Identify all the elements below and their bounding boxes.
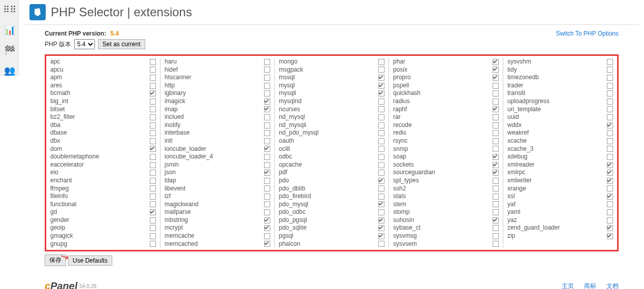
- extension-checkbox[interactable]: [378, 162, 384, 168]
- extension-checkbox[interactable]: [493, 146, 499, 152]
- extension-checkbox[interactable]: [150, 154, 156, 160]
- extension-checkbox[interactable]: [150, 162, 156, 168]
- extension-checkbox[interactable]: [493, 241, 499, 247]
- extension-checkbox[interactable]: [378, 90, 384, 97]
- extension-checkbox[interactable]: [607, 83, 613, 89]
- extension-checkbox[interactable]: [607, 67, 613, 73]
- extension-checkbox[interactable]: [378, 130, 384, 136]
- extension-checkbox[interactable]: [607, 154, 613, 160]
- set-current-button[interactable]: Set as current: [98, 39, 145, 49]
- footer-link-trademark[interactable]: 商标: [584, 282, 596, 289]
- extension-checkbox[interactable]: [607, 194, 613, 200]
- extension-checkbox[interactable]: [150, 185, 156, 191]
- footer-link-docs[interactable]: 文档: [606, 282, 619, 289]
- php-version-select[interactable]: 5.4: [74, 39, 95, 49]
- extension-checkbox[interactable]: [607, 59, 613, 65]
- extension-checkbox[interactable]: [378, 185, 384, 191]
- extension-checkbox[interactable]: [264, 201, 270, 207]
- extension-checkbox[interactable]: [493, 185, 499, 191]
- extension-checkbox[interactable]: [264, 185, 270, 191]
- extension-checkbox[interactable]: [493, 225, 499, 231]
- extension-checkbox[interactable]: [264, 138, 270, 144]
- extension-checkbox[interactable]: [378, 241, 384, 247]
- extension-checkbox[interactable]: [150, 90, 156, 97]
- extension-checkbox[interactable]: [150, 99, 156, 105]
- extension-checkbox[interactable]: [493, 201, 499, 207]
- extension-checkbox[interactable]: [607, 185, 613, 191]
- extension-checkbox[interactable]: [150, 130, 156, 136]
- extension-checkbox[interactable]: [264, 122, 270, 129]
- extension-checkbox[interactable]: [378, 209, 384, 215]
- extension-checkbox[interactable]: [150, 217, 156, 223]
- extension-checkbox[interactable]: [378, 75, 384, 81]
- extension-checkbox[interactable]: [493, 75, 499, 81]
- extension-checkbox[interactable]: [264, 75, 270, 81]
- extension-checkbox[interactable]: [150, 83, 156, 89]
- extension-checkbox[interactable]: [378, 83, 384, 89]
- extension-checkbox[interactable]: [378, 138, 384, 144]
- extension-checkbox[interactable]: [378, 122, 384, 129]
- extension-checkbox[interactable]: [150, 122, 156, 129]
- extension-checkbox[interactable]: [264, 170, 270, 176]
- extension-checkbox[interactable]: [378, 201, 384, 207]
- extension-checkbox[interactable]: [150, 170, 156, 176]
- extension-checkbox[interactable]: [493, 209, 499, 215]
- extension-checkbox[interactable]: [264, 162, 270, 168]
- extension-checkbox[interactable]: [378, 154, 384, 160]
- extension-checkbox[interactable]: [378, 114, 384, 120]
- extension-checkbox[interactable]: [493, 99, 499, 105]
- extension-checkbox[interactable]: [607, 130, 613, 136]
- extension-checkbox[interactable]: [607, 146, 613, 152]
- extension-checkbox[interactable]: [264, 130, 270, 136]
- extension-checkbox[interactable]: [378, 106, 384, 112]
- extension-checkbox[interactable]: [607, 178, 613, 184]
- extension-checkbox[interactable]: [378, 217, 384, 223]
- extension-checkbox[interactable]: [150, 201, 156, 207]
- extension-checkbox[interactable]: [264, 209, 270, 215]
- extension-checkbox[interactable]: [150, 194, 156, 200]
- extension-checkbox[interactable]: [150, 241, 156, 247]
- extension-checkbox[interactable]: [607, 209, 613, 215]
- extension-checkbox[interactable]: [493, 130, 499, 136]
- stats-icon[interactable]: 📊: [4, 24, 15, 36]
- extension-checkbox[interactable]: [607, 75, 613, 81]
- apps-icon[interactable]: ⠿⠿: [3, 4, 16, 15]
- extension-checkbox[interactable]: [607, 170, 613, 176]
- extension-checkbox[interactable]: [493, 114, 499, 120]
- users-icon[interactable]: 👥: [4, 65, 15, 76]
- extension-checkbox[interactable]: [264, 217, 270, 223]
- extension-checkbox[interactable]: [150, 138, 156, 144]
- extension-checkbox[interactable]: [607, 225, 613, 231]
- extension-checkbox[interactable]: [150, 59, 156, 65]
- switch-options-link[interactable]: Switch To PHP Options: [556, 30, 619, 37]
- extension-checkbox[interactable]: [264, 178, 270, 184]
- extension-checkbox[interactable]: [264, 67, 270, 73]
- extension-checkbox[interactable]: [378, 146, 384, 152]
- extension-checkbox[interactable]: [493, 83, 499, 89]
- extension-checkbox[interactable]: [493, 162, 499, 168]
- extension-checkbox[interactable]: [607, 217, 613, 223]
- extension-checkbox[interactable]: [493, 154, 499, 160]
- extension-checkbox[interactable]: [150, 233, 156, 239]
- extension-checkbox[interactable]: [493, 194, 499, 200]
- extension-checkbox[interactable]: [264, 83, 270, 89]
- extension-checkbox[interactable]: [264, 154, 270, 160]
- extension-checkbox[interactable]: [493, 59, 499, 65]
- extension-checkbox[interactable]: [493, 217, 499, 223]
- extension-checkbox[interactable]: [264, 241, 270, 247]
- extension-checkbox[interactable]: [150, 225, 156, 231]
- extension-checkbox[interactable]: [607, 99, 613, 105]
- extension-checkbox[interactable]: [378, 99, 384, 105]
- extension-checkbox[interactable]: [607, 122, 613, 129]
- extension-checkbox[interactable]: [378, 178, 384, 184]
- extension-checkbox[interactable]: [150, 106, 156, 112]
- extension-checkbox[interactable]: [493, 106, 499, 112]
- extension-checkbox[interactable]: [264, 225, 270, 231]
- extension-checkbox[interactable]: [378, 225, 384, 231]
- extension-checkbox[interactable]: [150, 75, 156, 81]
- extension-checkbox[interactable]: [493, 170, 499, 176]
- extension-checkbox[interactable]: [493, 122, 499, 129]
- extension-checkbox[interactable]: [264, 90, 270, 97]
- extension-checkbox[interactable]: [607, 106, 613, 112]
- extension-checkbox[interactable]: [493, 67, 499, 73]
